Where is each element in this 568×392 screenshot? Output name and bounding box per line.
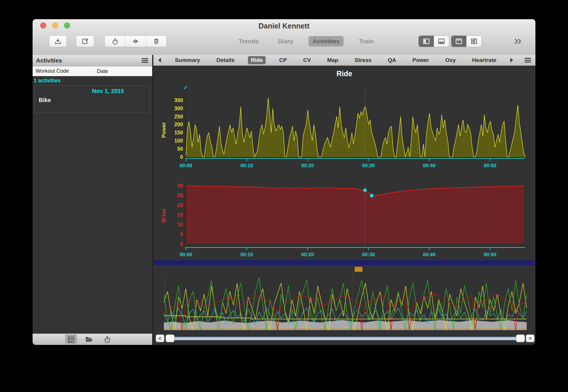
split-arrows-icon bbox=[132, 38, 139, 45]
chart-tab-qa[interactable]: QA bbox=[385, 56, 399, 64]
chart-tab-details[interactable]: Details bbox=[214, 56, 237, 64]
svg-text:00:00: 00:00 bbox=[180, 163, 192, 168]
import-button[interactable] bbox=[49, 35, 67, 47]
split-activity-button[interactable] bbox=[125, 36, 146, 47]
single-view-icon bbox=[455, 38, 463, 45]
scrollbar-track[interactable] bbox=[171, 337, 525, 340]
scrollbar-left-thumb[interactable] bbox=[166, 334, 175, 342]
chart-tab-oxy[interactable]: Oxy bbox=[442, 56, 459, 64]
chart-tab-summary[interactable]: Summary bbox=[172, 56, 203, 64]
sidebar-header: Activities bbox=[33, 55, 152, 66]
chart-tab-map[interactable]: Map bbox=[324, 56, 341, 64]
svg-text:350: 350 bbox=[174, 97, 183, 103]
calendar-view-button[interactable] bbox=[65, 335, 77, 344]
download-icon bbox=[54, 38, 62, 45]
double-chevron-right-icon bbox=[513, 38, 523, 45]
sidebar-panel-icon bbox=[423, 38, 430, 45]
chart-tab-cv[interactable]: CV bbox=[300, 56, 314, 64]
svg-text:5: 5 bbox=[180, 231, 183, 237]
sidebar-title: Activities bbox=[36, 57, 141, 64]
chart-menu-button[interactable] bbox=[524, 57, 531, 63]
svg-text:W'bal: W'bal bbox=[161, 209, 167, 222]
svg-text:30: 30 bbox=[177, 183, 183, 189]
tiled-view-button[interactable] bbox=[466, 36, 482, 47]
stopwatch-icon bbox=[111, 38, 119, 45]
column-workout-code[interactable]: Workout Code bbox=[33, 68, 94, 74]
folder-icon bbox=[85, 335, 93, 343]
toggle-bottombar-button[interactable] bbox=[434, 36, 449, 47]
svg-text:25: 25 bbox=[177, 193, 183, 198]
svg-text:00:10: 00:10 bbox=[240, 163, 253, 168]
ride-charts[interactable]: 00:0000:1000:2000:3000:4000:500501001502… bbox=[153, 65, 535, 345]
tabs-scroll-right-button[interactable] bbox=[510, 58, 514, 63]
chart-tab-ride[interactable]: Ride bbox=[248, 56, 266, 64]
tab-diary[interactable]: Diary bbox=[274, 36, 297, 47]
svg-text:20: 20 bbox=[177, 202, 183, 208]
window-title: Daniel Kennett bbox=[33, 22, 535, 30]
toggle-sidebar-button[interactable] bbox=[419, 36, 434, 47]
sidebar-menu-icon[interactable] bbox=[141, 57, 149, 64]
scrollbar-right-thumb[interactable] bbox=[516, 334, 525, 342]
tabs-scroll-left-button[interactable] bbox=[157, 58, 161, 63]
activity-row[interactable]: Bike bbox=[39, 97, 51, 104]
chart-tab-power[interactable]: Power bbox=[409, 56, 432, 64]
ride-chart-area: Ride 00:0000:1000:2000:3000:4000:5005010… bbox=[153, 65, 535, 345]
svg-text:00:20: 00:20 bbox=[301, 163, 314, 168]
panel-toggle-group bbox=[418, 35, 449, 47]
svg-text:00:50: 00:50 bbox=[484, 163, 496, 168]
chart-tab-heartrate[interactable]: Heartrate bbox=[469, 56, 499, 64]
svg-text:150: 150 bbox=[174, 130, 183, 136]
svg-text:250: 250 bbox=[174, 114, 183, 120]
activity-count-label: 1 activities bbox=[33, 76, 152, 84]
stopwatch-button[interactable] bbox=[105, 36, 125, 47]
svg-text:200: 200 bbox=[174, 122, 183, 127]
svg-text:00:20: 00:20 bbox=[301, 252, 314, 257]
svg-text:0: 0 bbox=[180, 241, 183, 247]
app-window: Daniel Kennett bbox=[33, 19, 535, 345]
layout-toggle-group bbox=[451, 35, 482, 47]
toolbar-overflow-button[interactable] bbox=[513, 38, 523, 46]
tab-train[interactable]: Train bbox=[355, 36, 378, 47]
svg-text:00:30: 00:30 bbox=[362, 252, 374, 257]
toolbar: Trends Diary Activities Train bbox=[33, 33, 535, 55]
activity-date[interactable]: Nov 1, 2015 bbox=[92, 88, 124, 95]
tiles-icon bbox=[470, 38, 478, 45]
calendar-icon bbox=[67, 336, 75, 343]
svg-text:00:00: 00:00 bbox=[180, 252, 192, 257]
activity-tools-group bbox=[104, 35, 167, 47]
svg-text:10: 10 bbox=[177, 222, 183, 227]
sidebar-footer bbox=[33, 334, 152, 345]
interval-strip bbox=[154, 260, 535, 265]
hamburger-icon bbox=[524, 57, 531, 63]
svg-text:00:50: 00:50 bbox=[484, 252, 496, 257]
chevron-right-icon bbox=[510, 58, 514, 63]
svg-text:00:30: 00:30 bbox=[362, 163, 374, 168]
scroll-right-button[interactable]: > bbox=[526, 334, 535, 342]
stopwatch-icon bbox=[103, 336, 111, 343]
activity-table-header: Workout Code Date bbox=[33, 66, 152, 76]
chart-tab-stress[interactable]: Stress bbox=[352, 56, 374, 64]
svg-text:100: 100 bbox=[174, 138, 183, 144]
svg-text:50: 50 bbox=[177, 146, 183, 152]
full-view-button[interactable] bbox=[451, 36, 466, 47]
tab-trends[interactable]: Trends bbox=[235, 36, 263, 47]
open-folder-button[interactable] bbox=[83, 335, 95, 344]
compose-icon bbox=[81, 38, 89, 45]
svg-text:300: 300 bbox=[174, 106, 183, 111]
svg-text:0: 0 bbox=[180, 154, 183, 160]
column-date[interactable]: Date bbox=[94, 68, 108, 75]
power-plot[interactable]: 00:0000:1000:2000:3000:4000:500501001502… bbox=[161, 86, 526, 168]
chart-tab-cp[interactable]: CP bbox=[276, 56, 290, 64]
tab-activities[interactable]: Activities bbox=[308, 36, 344, 47]
activity-group: Nov 1, 2015 Bike bbox=[35, 85, 150, 113]
svg-text:00:10: 00:10 bbox=[240, 252, 253, 257]
delete-activity-button[interactable] bbox=[146, 36, 166, 47]
interval-marker[interactable] bbox=[354, 267, 363, 272]
bottom-panel-icon bbox=[438, 38, 445, 45]
window-chrome: Daniel Kennett bbox=[33, 19, 535, 55]
workouts-button[interactable] bbox=[101, 335, 113, 344]
overview-plot[interactable] bbox=[164, 275, 527, 330]
scroll-left-button[interactable]: < bbox=[156, 334, 164, 342]
wbal-plot[interactable]: 00:0000:1000:2000:3000:4000:500510152025… bbox=[161, 183, 525, 257]
edit-button[interactable] bbox=[76, 35, 94, 47]
